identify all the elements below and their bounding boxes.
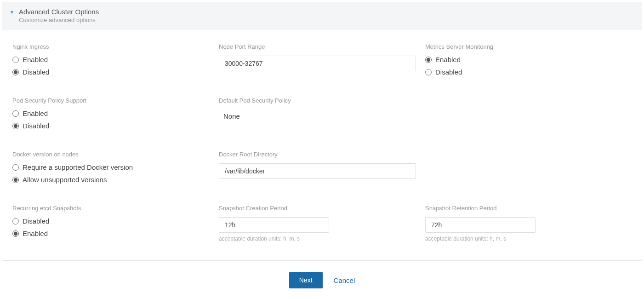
- psp-disabled-radio[interactable]: [12, 123, 19, 129]
- snapshots-disabled-radio[interactable]: [12, 218, 19, 224]
- default-psp-label: Default Pod Security Policy: [219, 97, 416, 104]
- metrics-enabled-option[interactable]: Enabled: [425, 56, 622, 63]
- next-button[interactable]: Next: [289, 272, 323, 288]
- psp-enabled-option[interactable]: Enabled: [12, 109, 210, 117]
- snapshot-creation-helper: acceptable duration units: h, m, s: [219, 236, 416, 242]
- radio-label: Enabled: [23, 230, 48, 237]
- radio-label: Disabled: [23, 68, 49, 76]
- nginx-ingress-label: Nginx Ingress: [12, 43, 210, 50]
- recurring-snapshots-label: Recurring etcd Snapshots: [12, 205, 210, 212]
- psp-enabled-radio[interactable]: [12, 110, 19, 117]
- radio-label: Allow unsupported versions: [23, 176, 107, 184]
- snapshots-enabled-radio[interactable]: [12, 230, 19, 237]
- psp-disabled-option[interactable]: Disabled: [12, 122, 210, 130]
- docker-root-dir-label: Docker Root Directory: [219, 151, 416, 158]
- radio-label: Require a supported Docker version: [23, 163, 133, 171]
- node-port-range-input[interactable]: [219, 56, 416, 71]
- radio-label: Enabled: [23, 56, 48, 63]
- snapshot-retention-helper: acceptable duration units: h, m, s: [425, 236, 622, 242]
- docker-allow-radio[interactable]: [12, 177, 19, 183]
- nginx-ingress-enabled-radio[interactable]: [12, 57, 19, 63]
- nginx-ingress-disabled-option[interactable]: Disabled: [12, 68, 210, 76]
- snapshots-enabled-option[interactable]: Enabled: [12, 230, 210, 237]
- panel-title: Advanced Cluster Options: [19, 8, 99, 16]
- docker-require-option[interactable]: Require a supported Docker version: [12, 163, 210, 171]
- metrics-server-label: Metrics Server Monitoring: [425, 43, 622, 50]
- snapshot-retention-label: Snapshot Retention Period: [425, 205, 622, 212]
- docker-version-label: Docker version on nodes: [12, 151, 210, 158]
- nginx-ingress-disabled-radio[interactable]: [12, 69, 19, 75]
- pod-security-policy-label: Pod Security Policy Support: [12, 97, 210, 104]
- collapse-icon[interactable]: ▼: [10, 10, 14, 15]
- snapshots-disabled-option[interactable]: Disabled: [12, 217, 210, 225]
- radio-label: Disabled: [23, 217, 49, 225]
- panel-header: ▼ Advanced Cluster Options Customize adv…: [2, 2, 642, 29]
- docker-allow-option[interactable]: Allow unsupported versions: [12, 176, 210, 184]
- docker-root-dir-input[interactable]: [219, 163, 416, 179]
- metrics-enabled-radio[interactable]: [425, 57, 432, 63]
- snapshot-creation-label: Snapshot Creation Period: [219, 205, 416, 212]
- radio-label: Disabled: [435, 68, 462, 76]
- cancel-button[interactable]: Cancel: [334, 276, 355, 284]
- panel-body: Nginx Ingress Enabled Disabled Node Port…: [2, 29, 642, 260]
- radio-label: Disabled: [23, 122, 49, 130]
- advanced-cluster-options-panel: ▼ Advanced Cluster Options Customize adv…: [2, 2, 642, 261]
- snapshot-creation-input[interactable]: [219, 217, 329, 233]
- node-port-range-label: Node Port Range: [219, 43, 416, 50]
- metrics-disabled-radio[interactable]: [425, 69, 432, 75]
- footer-actions: Next Cancel: [0, 261, 644, 296]
- radio-label: Enabled: [435, 56, 461, 63]
- metrics-disabled-option[interactable]: Disabled: [425, 68, 622, 76]
- radio-label: Enabled: [23, 109, 48, 117]
- docker-require-radio[interactable]: [12, 164, 19, 171]
- nginx-ingress-enabled-option[interactable]: Enabled: [12, 56, 210, 63]
- panel-subtitle: Customize advanced options: [19, 17, 99, 23]
- default-psp-value: None: [219, 109, 416, 123]
- snapshot-retention-input[interactable]: [425, 217, 536, 233]
